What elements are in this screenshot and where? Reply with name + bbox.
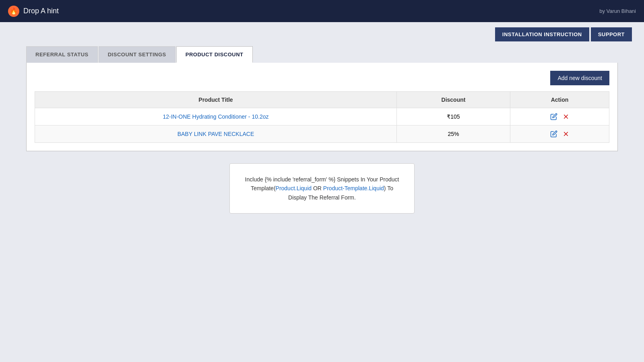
action-icons-1 (517, 113, 603, 120)
tabs-container: REFERRAL STATUS DISCOUNT SETTINGS PRODUC… (0, 46, 644, 63)
col-header-product-title: Product Title (35, 92, 397, 108)
flame-icon: 🔥 (8, 6, 19, 17)
tab-referral-status[interactable]: REFERRAL STATUS (26, 46, 98, 63)
brand: 🔥 Drop A hint (8, 6, 59, 17)
topbar: 🔥 Drop A hint by Varun Bihani (0, 0, 644, 22)
discount-table: Product Title Discount Action 12-IN-ONE … (35, 91, 609, 143)
tabs: REFERRAL STATUS DISCOUNT SETTINGS PRODUC… (26, 46, 618, 63)
secondary-nav: INSTALLATION INSTRUCTION SUPPORT (0, 22, 644, 46)
close-icon (562, 130, 570, 138)
discount-cell-2: 25% (396, 125, 510, 143)
action-icons-2 (517, 130, 603, 138)
product-template-liquid-link[interactable]: Product-Template.Liquid (323, 185, 384, 191)
table-row: BABY LINK PAVE NECKLACE 25% (35, 125, 609, 143)
table-row: 12-IN-ONE Hydrating Conditioner - 10.2oz… (35, 108, 609, 125)
product-liquid-link[interactable]: Product.Liquid (276, 185, 312, 191)
installation-instruction-button[interactable]: INSTALLATION INSTRUCTION (495, 27, 589, 41)
close-icon (562, 113, 570, 120)
delete-button-1[interactable] (562, 113, 570, 120)
product-title-cell: 12-IN-ONE Hydrating Conditioner - 10.2oz (35, 108, 397, 125)
topbar-credit: by Varun Bihani (599, 8, 636, 14)
tab-discount-settings[interactable]: DISCOUNT SETTINGS (99, 46, 175, 63)
edit-button-2[interactable] (550, 130, 557, 138)
action-cell-2 (510, 125, 609, 143)
col-header-discount: Discount (396, 92, 510, 108)
product-link-2[interactable]: BABY LINK PAVE NECKLACE (178, 131, 254, 137)
product-title-cell: BABY LINK PAVE NECKLACE (35, 125, 397, 143)
col-header-action: Action (510, 92, 609, 108)
brand-label: Drop A hint (23, 7, 59, 15)
edit-icon (550, 130, 557, 138)
tab-product-discount[interactable]: PRODUCT DISCOUNT (176, 46, 253, 63)
product-link-1[interactable]: 12-IN-ONE Hydrating Conditioner - 10.2oz (163, 113, 268, 120)
edit-icon (550, 113, 557, 120)
info-box: Include {% include 'referral_form' %} Sn… (229, 163, 415, 214)
support-button[interactable]: SUPPORT (591, 27, 632, 41)
edit-button-1[interactable] (550, 113, 557, 120)
discount-cell-1: ₹105 (396, 108, 510, 125)
main-content: Add new discount Product Title Discount … (26, 63, 618, 151)
info-text-or: OR (312, 185, 323, 191)
add-new-discount-button[interactable]: Add new discount (550, 71, 609, 85)
delete-button-2[interactable] (562, 130, 570, 138)
action-cell-1 (510, 108, 609, 125)
